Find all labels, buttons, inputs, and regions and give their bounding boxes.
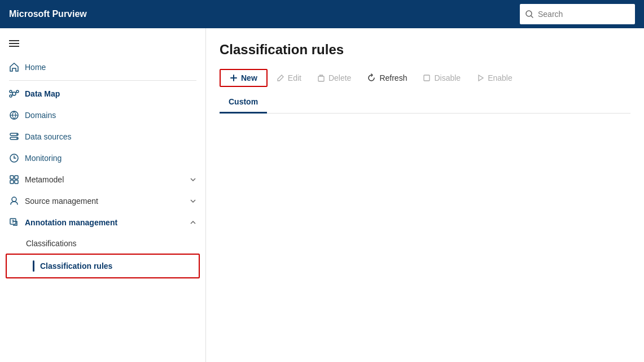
sidebar-item-metamodel[interactable]: Metamodel — [0, 169, 205, 190]
tabs-bar: Custom — [220, 91, 630, 114]
svg-point-3 — [10, 90, 12, 93]
chevron-down-icon — [190, 176, 196, 183]
svg-point-14 — [16, 138, 17, 139]
svg-rect-30 — [424, 75, 430, 81]
refresh-label: Refresh — [379, 73, 407, 82]
disable-button[interactable]: Disable — [416, 70, 467, 86]
svg-point-13 — [16, 134, 17, 135]
classifications-label: Classifications — [26, 239, 76, 248]
svg-line-1 — [531, 16, 533, 18]
page-title: Classification rules — [220, 42, 630, 58]
sidebar-item-source-management[interactable]: Source management — [0, 190, 205, 212]
sidebar-item-home[interactable]: Home — [0, 56, 205, 78]
svg-rect-19 — [15, 180, 18, 184]
sidebar-item-label: Source management — [25, 197, 98, 206]
svg-point-5 — [10, 95, 12, 97]
sidebar-sub-item-classification-rules[interactable]: Classification rules — [6, 254, 200, 278]
content-area: Classification rules New Edit — [206, 28, 644, 362]
search-box[interactable] — [520, 4, 635, 24]
sidebar-item-data-map[interactable]: Data Map — [0, 83, 205, 104]
main-layout: Home Data Map — [0, 28, 644, 362]
refresh-button[interactable]: Refresh — [360, 70, 414, 86]
svg-marker-31 — [479, 75, 483, 81]
edit-label: Edit — [288, 73, 301, 82]
search-input[interactable] — [538, 10, 629, 19]
sidebar-divider-1 — [9, 80, 196, 81]
disable-icon — [423, 74, 431, 82]
enable-label: Enable — [488, 73, 512, 82]
tab-custom[interactable]: Custom — [220, 91, 267, 114]
app-title: Microsoft Purview — [9, 9, 87, 19]
chevron-up-icon — [190, 219, 196, 226]
svg-point-2 — [12, 92, 16, 95]
header: Microsoft Purview — [0, 0, 644, 28]
svg-rect-17 — [15, 176, 18, 179]
enable-button[interactable]: Enable — [470, 70, 519, 86]
edit-icon — [277, 74, 284, 82]
svg-rect-16 — [10, 176, 14, 179]
sidebar-item-label: Annotation management — [25, 218, 117, 227]
plus-icon — [230, 74, 238, 82]
datamap-icon — [9, 89, 19, 99]
delete-icon — [317, 74, 325, 82]
classification-rules-label: Classification rules — [40, 261, 112, 271]
sourcemanagement-icon — [9, 196, 19, 206]
hamburger-button[interactable] — [0, 33, 205, 56]
tab-custom-label: Custom — [229, 97, 258, 106]
annotation-icon — [9, 217, 19, 228]
new-label: New — [241, 73, 257, 82]
enable-icon — [476, 74, 484, 82]
delete-label: Delete — [328, 73, 351, 82]
delete-button[interactable]: Delete — [310, 70, 358, 86]
chevron-down-icon — [190, 198, 196, 204]
metamodel-icon — [9, 175, 19, 185]
disable-label: Disable — [434, 73, 461, 82]
header-left: Microsoft Purview — [9, 9, 87, 19]
datasources-icon — [9, 132, 19, 142]
sidebar-sub-item-classifications[interactable]: Classifications — [0, 233, 205, 254]
sidebar-item-data-sources[interactable]: Data sources — [0, 126, 205, 147]
sidebar-item-label: Home — [25, 63, 46, 72]
new-button[interactable]: New — [220, 69, 268, 87]
sidebar-item-label: Metamodel — [25, 175, 64, 184]
sidebar-item-domains[interactable]: Domains — [0, 104, 205, 126]
sidebar-item-label: Data Map — [25, 89, 60, 98]
edit-button[interactable]: Edit — [270, 70, 308, 86]
svg-rect-26 — [318, 76, 324, 81]
svg-point-20 — [12, 197, 16, 202]
sidebar-item-label: Domains — [25, 111, 56, 120]
svg-rect-18 — [10, 180, 14, 184]
sidebar: Home Data Map — [0, 28, 206, 362]
active-indicator — [33, 260, 34, 272]
search-icon — [525, 10, 533, 18]
home-icon — [9, 62, 19, 72]
sidebar-item-annotation-management[interactable]: Annotation management — [0, 212, 205, 233]
refresh-icon — [367, 73, 376, 82]
toolbar: New Edit — [220, 69, 630, 91]
sidebar-item-monitoring[interactable]: Monitoring — [0, 147, 205, 169]
domains-icon — [9, 110, 19, 120]
monitoring-icon — [9, 153, 19, 163]
sidebar-item-label: Monitoring — [25, 154, 62, 163]
sidebar-item-label: Data sources — [25, 132, 71, 141]
svg-point-4 — [16, 90, 19, 93]
